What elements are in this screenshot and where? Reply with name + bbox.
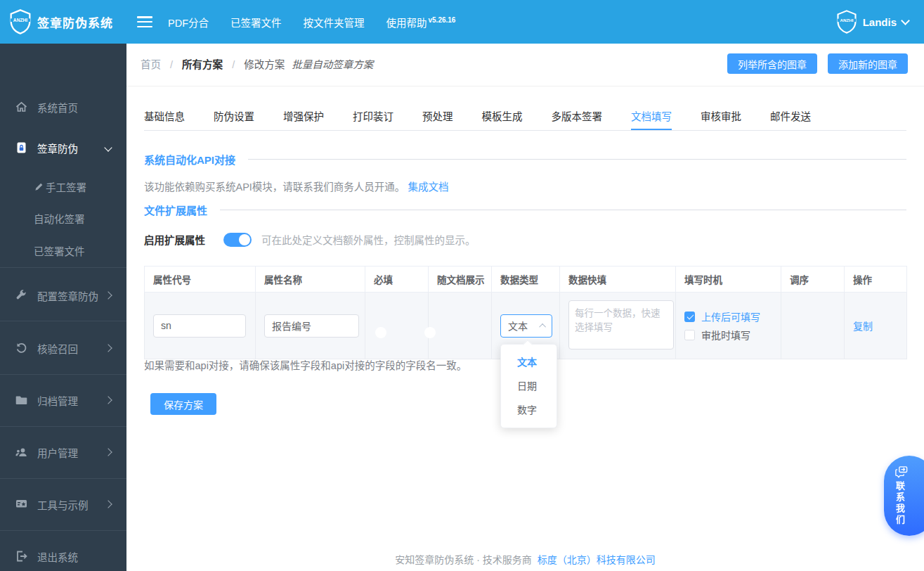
nav-signed-files[interactable]: 已签署文件 [230,15,282,30]
top-nav: PDF分合 已签署文件 按文件夹管理 使用帮助v5.26.16 [168,15,477,30]
brand-logo[interactable]: ANZHI 签章防伪系统 [0,9,126,34]
col-attr-code: 属性代号 [145,267,256,293]
add-seal-button[interactable]: 添加新的图章 [828,53,908,74]
sidebar-item-tools-examples[interactable]: 工具与示例 [0,494,126,515]
enable-ext-label: 启用扩展属性 [144,232,223,247]
chevron-right-icon [104,344,112,352]
breadcrumb-modify: 修改方案 [244,59,285,70]
sidebar-item-verify-recall[interactable]: 核验召回 [0,338,126,359]
chevron-right-icon [104,500,112,508]
copy-row-link[interactable]: 复制 [853,321,873,332]
divider [0,530,126,531]
api-section-title: 系统自动化API对接 [144,152,235,167]
tab-bar: 基础信息 防伪设置 增强保护 打印装订 预处理 模板生成 多版本签署 文档填写 … [144,108,906,131]
breadcrumb: 首页 / 所有方案 / 修改方案 批量自动签章方案 [141,56,373,71]
tab-print-binding[interactable]: 打印装订 [353,108,393,130]
enable-ext-toggle[interactable] [223,233,252,247]
pen-icon [34,181,44,192]
breadcrumb-all-plans[interactable]: 所有方案 [182,59,223,70]
divider [0,426,126,427]
col-attr-name: 属性名称 [256,267,365,293]
integration-doc-link[interactable]: 集成文档 [408,181,448,193]
col-required: 必填 [365,267,429,293]
nav-help[interactable]: 使用帮助v5.26.16 [386,15,456,30]
app-header: ANZHI 签章防伪系统 PDF分合 已签署文件 按文件夹管理 使用帮助v5.2… [0,0,924,44]
vendor-link[interactable]: 标度（北京）科技有限公司 [538,554,656,565]
wrench-icon [15,289,28,302]
chat-contact-icon [894,466,909,478]
shield-logo-icon: ANZHI [9,9,32,34]
timing-after-upload-checkbox[interactable]: 上传后可填写 [684,309,781,323]
breadcrumb-home[interactable]: 首页 [141,59,161,70]
hamburger-menu-icon[interactable] [137,16,152,27]
attr-code-input[interactable] [153,314,246,338]
col-fill-timing: 填写时机 [676,267,781,293]
dropdown-option-text[interactable]: 文本 [501,350,557,374]
sidebar-item-config-seal[interactable]: 配置签章防伪 [0,285,126,306]
users-icon [15,446,28,458]
api-section-header: 系统自动化API对接 [144,152,906,167]
contact-us-label: 联系我们 [893,481,906,526]
sidebar-item-auto-sign[interactable]: 自动化签署 [0,207,126,229]
page-footer: 安知签章防伪系统 · 技术服务商 标度（北京）科技有限公司 [126,552,924,566]
user-menu[interactable]: ANZHI Landis [836,10,924,34]
breadcrumb-plan-name: 批量自动签章方案 [292,59,373,70]
svg-text:ANZHI: ANZHI [13,18,27,23]
tab-basic-info[interactable]: 基础信息 [144,108,185,130]
chevron-up-icon [539,323,546,330]
page-actions: 列举所含的图章 添加新的图章 [717,53,908,74]
list-seals-button[interactable]: 列举所含的图章 [727,53,817,74]
data-type-select[interactable]: 文本 [500,314,552,338]
enable-ext-hint: 可在此处定义文档额外属性，控制属性的显示。 [261,232,476,247]
ext-section-header: 文件扩展属性 [144,203,906,217]
tab-template-generate[interactable]: 模板生成 [482,108,523,130]
main-content: 首页 / 所有方案 / 修改方案 批量自动签章方案 列举所含的图章 添加新的图章… [126,44,924,571]
tab-document-fill[interactable]: 文档填写 [631,108,672,130]
col-quick-fill: 数据快填 [560,267,676,293]
chevron-down-icon [901,16,910,25]
divider [0,374,126,375]
username-label: Landis [863,16,897,28]
tab-enhanced-protection[interactable]: 增强保护 [283,108,324,130]
dropdown-option-number[interactable]: 数字 [501,398,557,422]
nav-folder-manage[interactable]: 按文件夹管理 [304,15,365,30]
quick-fill-textarea[interactable] [568,300,674,349]
tab-email-send[interactable]: 邮件发送 [770,108,811,130]
col-data-type: 数据类型 [492,267,560,293]
data-type-dropdown: 文本 日期 数字 [500,344,557,428]
user-avatar-shield-icon: ANZHI [836,10,857,34]
sidebar-item-logout[interactable]: 退出系统 [0,546,126,567]
tab-preprocess[interactable]: 预处理 [422,108,453,130]
tab-antifake-settings[interactable]: 防伪设置 [214,108,254,130]
ext-section-title: 文件扩展属性 [144,203,207,217]
contact-us-fab[interactable]: 联系我们 [884,456,924,536]
sidebar-item-archive[interactable]: 归档管理 [0,390,126,411]
tab-multiversion-sign[interactable]: 多版本签署 [552,108,603,130]
attr-name-input[interactable] [264,314,359,338]
sidebar-item-seal-antifake[interactable]: 签章防伪 [0,137,126,158]
sidebar-item-users[interactable]: 用户管理 [0,442,126,463]
app-title: 签章防伪系统 [37,13,113,31]
tab-review-approve[interactable]: 审核审批 [701,108,741,130]
divider [0,478,126,479]
sidebar-item-manual-sign[interactable]: 手工签署 [0,176,126,197]
svg-text:ANZHI: ANZHI [840,18,853,23]
timing-on-approve-checkbox[interactable]: 审批时填写 [684,328,781,342]
chevron-right-icon [104,396,112,404]
chevron-right-icon [104,448,112,456]
folder-icon [15,394,28,406]
divider [126,86,924,86]
dropdown-option-date[interactable]: 日期 [501,374,557,398]
api-section-desc: 该功能依赖购买系统API模块，请联系我们商务人员开通。 集成文档 [144,179,448,193]
sidebar: 系统首页 签章防伪 手工签署 自动化签署 已签署文件 配置签章防伪 核验召回 归… [0,44,126,571]
tools-badge-icon [15,498,28,511]
sidebar-item-home[interactable]: 系统首页 [0,96,126,117]
save-plan-button[interactable]: 保存方案 [150,393,216,415]
enable-ext-row: 启用扩展属性 可在此处定义文档额外属性，控制属性的显示。 [144,232,476,247]
checkbox-checked-icon [684,312,695,322]
version-label: v5.26.16 [429,16,456,24]
sidebar-item-signed-files[interactable]: 已签署文件 [0,240,126,261]
chevron-down-icon [104,143,112,151]
nav-pdf-split-merge[interactable]: PDF分合 [168,15,209,30]
undo-recall-icon [15,342,28,354]
